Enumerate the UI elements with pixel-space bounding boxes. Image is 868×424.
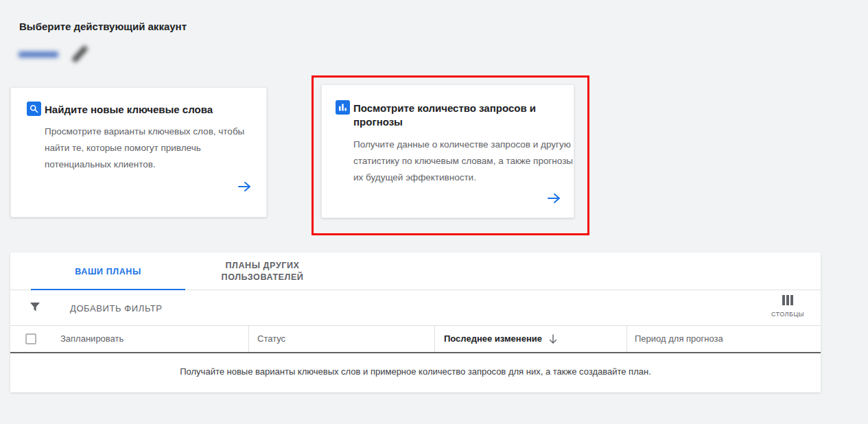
arrow-right-icon[interactable] bbox=[237, 180, 253, 196]
card-search-volume-forecasts[interactable]: Посмотрите количество запросов и прогноз… bbox=[321, 84, 574, 218]
columns-button[interactable]: СТОЛБЦЫ bbox=[763, 295, 812, 318]
tab-other-users-plans[interactable]: ПЛАНЫ ДРУГИХ ПОЛЬЗОВАТЕЛЕЙ bbox=[196, 252, 329, 290]
column-divider bbox=[626, 326, 627, 352]
column-header-last-modified[interactable]: Последнее изменение bbox=[444, 326, 557, 352]
add-filter-button[interactable]: ДОБАВИТЬ ФИЛЬТР bbox=[70, 303, 163, 314]
filter-bar: ДОБАВИТЬ ФИЛЬТР СТОЛБЦЫ bbox=[10, 290, 821, 326]
plans-panel: ВАШИ ПЛАНЫ ПЛАНЫ ДРУГИХ ПОЛЬЗОВАТЕЛЕЙ ДО… bbox=[10, 252, 821, 392]
column-header-status[interactable]: Статус bbox=[257, 326, 285, 352]
plans-tabbar: ВАШИ ПЛАНЫ ПЛАНЫ ДРУГИХ ПОЛЬЗОВАТЕЛЕЙ bbox=[10, 252, 821, 290]
arrow-right-icon[interactable] bbox=[546, 191, 563, 208]
column-header-plan[interactable]: Запланировать bbox=[60, 326, 124, 352]
card-description: Просмотрите варианты ключевых слов, чтоб… bbox=[45, 123, 254, 173]
account-name-redacted[interactable] bbox=[19, 51, 58, 58]
bar-chart-icon bbox=[336, 100, 350, 115]
card-title: Найдите новые ключевые слова bbox=[45, 103, 250, 117]
card-description: Получите данные о количестве запросов и … bbox=[353, 137, 583, 186]
page-title: Выберите действующий аккаунт bbox=[19, 21, 187, 32]
pencil-icon[interactable] bbox=[71, 45, 89, 63]
account-link-blurred[interactable] bbox=[17, 44, 99, 66]
column-divider bbox=[434, 326, 435, 352]
columns-button-label: СТОЛБЦЫ bbox=[763, 311, 812, 318]
card-title: Посмотрите количество запросов и прогноз… bbox=[353, 102, 539, 129]
column-divider bbox=[248, 326, 249, 352]
table-header-row: Запланировать Статус Последнее изменение… bbox=[10, 326, 821, 353]
filter-funnel-icon[interactable] bbox=[30, 302, 40, 315]
select-all-checkbox[interactable] bbox=[25, 333, 36, 344]
column-header-label: Последнее изменение bbox=[444, 326, 542, 352]
card-find-keywords[interactable]: Найдите новые ключевые слова Просмотрите… bbox=[10, 87, 267, 217]
columns-icon bbox=[782, 295, 793, 305]
empty-state-message: Получайте новые варианты ключевых слов и… bbox=[10, 353, 821, 389]
tab-your-plans[interactable]: ВАШИ ПЛАНЫ bbox=[31, 252, 185, 290]
arrow-down-icon bbox=[549, 334, 557, 344]
search-icon bbox=[27, 102, 41, 116]
column-header-forecast-period[interactable]: Период для прогноза bbox=[635, 326, 723, 352]
